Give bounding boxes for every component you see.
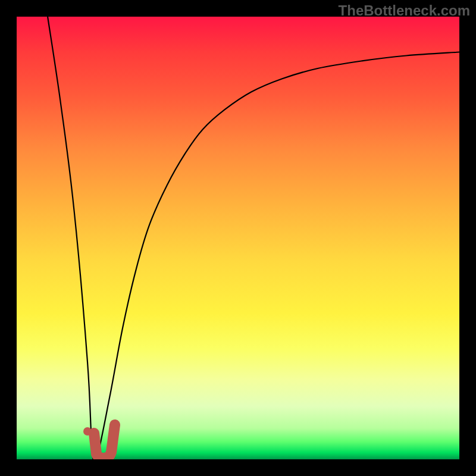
bottleneck-curve xyxy=(48,17,459,459)
plot-area xyxy=(17,17,459,459)
optimum-dot-icon xyxy=(83,427,92,436)
optimum-j-marker xyxy=(94,425,115,458)
chart-frame: TheBottleneck.com xyxy=(0,0,476,476)
chart-svg xyxy=(17,17,459,459)
